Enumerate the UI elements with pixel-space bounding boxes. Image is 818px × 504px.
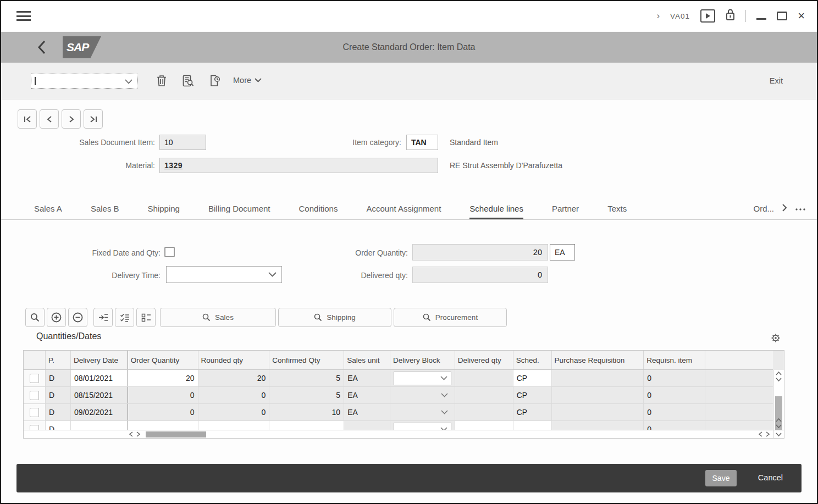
tab-sales-a[interactable]: Sales A	[34, 204, 62, 219]
table-settings-gear-icon[interactable]	[771, 333, 781, 345]
column-header[interactable]: Rounded qty	[198, 351, 270, 369]
session-lock-icon[interactable]	[726, 9, 735, 23]
page-down-icon[interactable]	[773, 424, 784, 428]
tab-overflow-icon[interactable]	[795, 203, 806, 219]
delivered-qty-field[interactable]: 0	[412, 267, 548, 283]
tab-shipping[interactable]: Shipping	[148, 204, 180, 219]
back-icon[interactable]	[37, 40, 49, 55]
deselect-all-icon[interactable]	[136, 308, 156, 327]
fixed-date-qty-checkbox[interactable]	[164, 247, 175, 257]
row-select-checkbox[interactable]	[24, 370, 46, 386]
order-quantity-cell[interactable]: 20	[128, 370, 198, 386]
delivered-qty-cell[interactable]	[455, 387, 513, 403]
item-category-field[interactable]: TAN	[406, 135, 438, 150]
display-document-icon[interactable]	[183, 75, 196, 88]
column-header[interactable]: Sales unit	[344, 351, 390, 369]
sales-unit-cell[interactable]: EA	[344, 404, 390, 420]
shipping-detail-button[interactable]: Shipping	[278, 308, 391, 327]
column-header[interactable]: Delivered qty	[455, 351, 513, 369]
document-history-icon[interactable]	[209, 75, 222, 88]
sales-detail-button[interactable]: Sales	[160, 308, 276, 327]
delivery-block-select[interactable]	[390, 370, 455, 386]
purchase-requisition-cell[interactable]	[552, 387, 644, 403]
rounded-qty-cell[interactable]: 0	[198, 387, 270, 403]
material-field[interactable]: 1329	[159, 158, 438, 173]
purchase-requisition-cell[interactable]	[552, 404, 644, 420]
column-header[interactable]: P.	[46, 351, 71, 369]
delivery-block-select[interactable]	[390, 404, 455, 420]
material-link[interactable]: 1329	[164, 161, 183, 170]
scroll-left-right-icons[interactable]	[129, 430, 140, 438]
column-header[interactable]: Delivery Block	[390, 351, 455, 369]
requisition-item-cell[interactable]: 0	[644, 370, 705, 386]
column-header[interactable]: Confirmed Qty	[269, 351, 344, 369]
confirmed-qty-cell[interactable]: 10	[269, 404, 344, 420]
column-header[interactable]: Purchase Requisition	[552, 351, 644, 369]
tab-account-assignment[interactable]: Account Assignment	[366, 204, 441, 219]
insert-line-icon[interactable]	[93, 308, 113, 327]
row-select-checkbox[interactable]	[24, 387, 46, 403]
tab-sales-b[interactable]: Sales B	[91, 204, 119, 219]
tab-texts[interactable]: Texts	[607, 204, 627, 219]
page-up-icon[interactable]	[773, 418, 784, 422]
column-header[interactable]: Sched.	[513, 351, 552, 369]
date-type-cell[interactable]: D	[46, 404, 71, 420]
save-button[interactable]: Save	[705, 470, 737, 486]
previous-item-button[interactable]	[40, 109, 59, 129]
menu-icon[interactable]	[16, 11, 31, 21]
select-all-icon[interactable]	[115, 308, 134, 327]
sched-line-cat-cell[interactable]: CP	[513, 387, 552, 403]
scroll-down-icon[interactable]	[773, 378, 784, 381]
column-header[interactable]: Delivery Date	[71, 351, 128, 369]
sales-doc-item-field[interactable]: 10	[159, 135, 206, 150]
order-quantity-cell[interactable]: 0	[128, 404, 198, 420]
delivered-qty-cell[interactable]	[455, 404, 513, 420]
delete-icon[interactable]	[156, 75, 169, 88]
scroll-left-right-icons[interactable]	[759, 430, 770, 438]
horizontal-scrollbar[interactable]	[24, 430, 773, 438]
order-quantity-field[interactable]: 20	[412, 244, 548, 261]
requisition-item-cell[interactable]: 0	[644, 404, 705, 420]
close-icon[interactable]: ×	[798, 10, 805, 22]
exit-button[interactable]: Exit	[770, 76, 783, 85]
delivery-block-select[interactable]	[390, 387, 455, 403]
tab-partner[interactable]: Partner	[552, 204, 579, 219]
zoom-in-button[interactable]	[47, 308, 66, 327]
vertical-scrollbar[interactable]	[773, 370, 784, 430]
scroll-up-icon[interactable]	[773, 372, 784, 375]
rounded-qty-cell[interactable]: 0	[198, 404, 270, 420]
tab-conditions[interactable]: Conditions	[299, 204, 338, 219]
order-quantity-cell[interactable]: 0	[128, 387, 198, 403]
date-type-cell[interactable]: D	[46, 370, 71, 386]
confirmed-qty-cell[interactable]: 5	[269, 387, 344, 403]
minimize-icon[interactable]	[756, 12, 766, 20]
column-header[interactable]: Requisn. item	[644, 351, 705, 369]
command-input[interactable]	[31, 74, 137, 88]
maximize-icon[interactable]	[777, 12, 787, 20]
chevron-down-icon[interactable]	[125, 76, 132, 86]
requisition-item-cell[interactable]: 0	[644, 387, 705, 403]
sched-line-cat-cell[interactable]: CP	[513, 370, 552, 386]
search-button[interactable]	[25, 308, 45, 327]
purchase-requisition-cell[interactable]	[552, 370, 644, 386]
chevron-right-icon[interactable]: ›	[656, 10, 660, 21]
next-item-button[interactable]	[62, 109, 81, 129]
more-menu[interactable]: More	[233, 76, 262, 85]
delivery-date-cell[interactable]: 08/01/2021	[71, 370, 128, 386]
column-header[interactable]: Order Quantity	[128, 351, 198, 369]
zoom-out-button[interactable]	[68, 308, 87, 327]
delivered-qty-cell[interactable]	[455, 370, 513, 386]
tab-schedule-lines[interactable]: Schedule lines	[469, 204, 523, 219]
tab-ord-truncated[interactable]: Ord...	[753, 204, 774, 219]
last-item-button[interactable]	[84, 109, 103, 129]
delivery-date-cell[interactable]: 09/02/2021	[71, 404, 128, 420]
sales-unit-cell[interactable]: EA	[344, 387, 390, 403]
gui-play-icon[interactable]	[700, 9, 715, 23]
confirmed-qty-cell[interactable]: 5	[269, 370, 344, 386]
rounded-qty-cell[interactable]: 20	[198, 370, 270, 386]
delivery-date-cell[interactable]: 08/15/2021	[71, 387, 128, 403]
sales-unit-cell[interactable]: EA	[344, 370, 390, 386]
select-column-header[interactable]	[24, 351, 46, 369]
cancel-button[interactable]: Cancel	[758, 473, 783, 482]
tab-billing-document[interactable]: Billing Document	[208, 204, 270, 219]
